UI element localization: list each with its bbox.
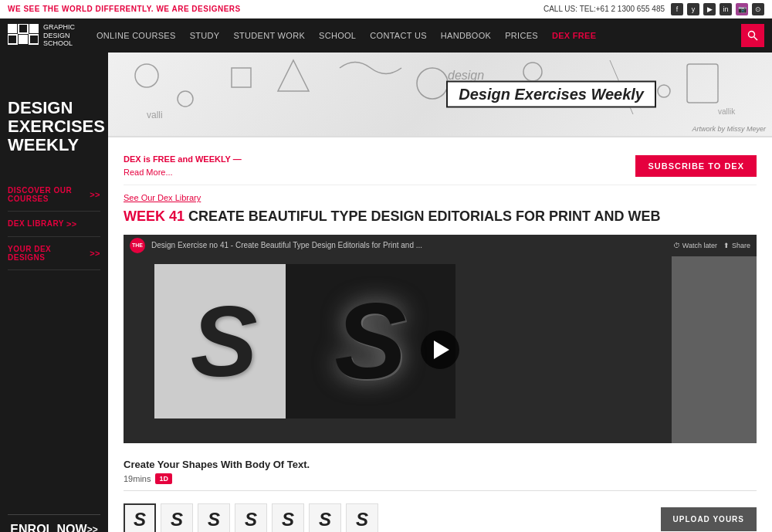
tagline: WE SEE THE WORLD DIFFERENTLY. WE ARE DES… xyxy=(8,5,241,13)
search-icon xyxy=(747,30,758,41)
enrol-chevron-icon: >> xyxy=(87,524,98,532)
video-description: Create Your Shapes With Body Of Text. 19… xyxy=(124,452,757,491)
week-number: WEEK 41 xyxy=(124,208,185,224)
svg-point-6 xyxy=(749,32,755,38)
sidebar-your-dex-designs-label: YOUR DEX DESIGNS xyxy=(8,245,87,262)
thumbnail-4[interactable]: S xyxy=(235,503,267,532)
main-content: design valli vallik Design Exercises Wee… xyxy=(108,53,772,532)
thumbnail-3[interactable]: S xyxy=(198,503,230,532)
svg-point-12 xyxy=(417,68,448,99)
clock-icon: ⏱ xyxy=(673,242,680,249)
letter-s-left: S xyxy=(191,283,258,399)
svg-point-8 xyxy=(135,64,158,87)
svg-point-15 xyxy=(523,63,542,81)
top-bar-right: CALL US: TEL:+61 2 1300 655 485 f y ▶ in… xyxy=(543,3,764,15)
nav-prices[interactable]: PRICES xyxy=(499,28,544,43)
week-title: WEEK 41 CREATE BEAUTIFUL TYPE DESIGN EDI… xyxy=(124,208,757,225)
thumbnail-2[interactable]: S xyxy=(161,503,193,532)
sidebar: DESIGN EXERCISES WEEKLY DISCOVER OUR COU… xyxy=(0,53,108,532)
nav-online-courses[interactable]: ONLINE COURSES xyxy=(90,28,182,43)
letter-s-right: S xyxy=(334,279,406,404)
play-button[interactable] xyxy=(421,330,459,369)
hero-banner: design valli vallik Design Exercises Wee… xyxy=(108,53,772,137)
phone-number: CALL US: TEL:+61 2 1300 655 485 xyxy=(543,5,665,13)
thumbnail-5[interactable]: S xyxy=(272,503,304,532)
video-logo: THE xyxy=(130,238,145,253)
content-area: DEX is FREE and WEEKLY — Read More... SU… xyxy=(108,137,772,532)
dex-free-bar: DEX is FREE and WEEKLY — Read More... SU… xyxy=(124,147,757,185)
nav-links: ONLINE COURSES STUDY STUDENT WORK SCHOOL… xyxy=(90,28,738,43)
sidebar-nav: DISCOVER OUR COURSES >> DEX LIBRARY >> Y… xyxy=(8,178,100,514)
page-layout: DESIGN EXERCISES WEEKLY DISCOVER OUR COU… xyxy=(0,53,772,532)
svg-text:design: design xyxy=(448,69,484,82)
other-icon[interactable]: ⊙ xyxy=(752,3,764,15)
nav-bar: GRAPHIC DESIGN SCHOOL ONLINE COURSES STU… xyxy=(0,19,772,53)
hero-banner-bg: design valli vallik Design Exercises Wee… xyxy=(108,53,772,136)
sidebar-item-discover-courses[interactable]: DISCOVER OUR COURSES >> xyxy=(8,178,100,212)
svg-rect-4 xyxy=(19,35,28,44)
nav-student-work[interactable]: STUDENT WORK xyxy=(227,28,311,43)
video-top-bar: THE Design Exercise no 41 - Create Beaut… xyxy=(124,235,757,256)
thumbnail-7[interactable]: S xyxy=(346,503,378,532)
twitter-icon[interactable]: y xyxy=(687,3,699,15)
chevron-icon-3: >> xyxy=(90,249,100,258)
thumbnail-1[interactable]: S xyxy=(124,503,156,532)
svg-rect-10 xyxy=(232,68,251,87)
youtube-icon[interactable]: ▶ xyxy=(703,3,716,15)
video-title: Design Exercise no 41 - Create Beautiful… xyxy=(151,241,667,249)
site-logo[interactable]: GRAPHIC DESIGN SCHOOL xyxy=(8,23,75,48)
sidebar-discover-courses-label: DISCOVER OUR COURSES xyxy=(8,186,87,203)
dex-free-text: DEX is FREE and WEEKLY — Read More... xyxy=(124,153,242,178)
dex-free-main-text: DEX is FREE and WEEKLY — xyxy=(124,154,242,164)
sidebar-item-dex-library[interactable]: DEX LIBRARY >> xyxy=(8,212,100,237)
svg-text:vallik: vallik xyxy=(718,107,736,116)
editor-panel xyxy=(672,256,757,443)
svg-point-9 xyxy=(178,91,193,107)
top-bar: WE SEE THE WORLD DIFFERENTLY. WE ARE DES… xyxy=(0,0,772,19)
thumbnail-6[interactable]: S xyxy=(309,503,341,532)
linkedin-icon[interactable]: in xyxy=(720,3,732,15)
instagram-icon[interactable]: 📷 xyxy=(736,3,748,15)
artwork-credit: Artwork by Missy Meyer xyxy=(692,125,766,133)
hero-title: Design Exercises Weekly xyxy=(446,81,656,108)
share-button[interactable]: ⬆ Share xyxy=(723,242,750,249)
upload-yours-button[interactable]: UPLOAD YOURS xyxy=(661,507,757,531)
svg-marker-11 xyxy=(278,60,309,91)
video-container: THE Design Exercise no 41 - Create Beaut… xyxy=(124,235,757,443)
video-main[interactable]: S S xyxy=(124,256,757,443)
video-meta: 19mins 1D xyxy=(124,473,757,484)
thumbnails-row: S S S S S S S UPLOAD YOURS xyxy=(124,499,757,532)
video-desc-title: Create Your Shapes With Body Of Text. xyxy=(124,459,757,470)
nav-contact-us[interactable]: CONTACT US xyxy=(364,28,433,43)
nav-handbook[interactable]: HANDBOOK xyxy=(435,28,497,43)
svg-line-7 xyxy=(754,37,758,41)
watch-later-label: Watch later xyxy=(682,242,717,249)
svg-rect-3 xyxy=(8,35,17,44)
svg-rect-5 xyxy=(29,35,39,44)
social-icons: f y ▶ in 📷 ⊙ xyxy=(671,3,764,15)
hero-doodles-svg: design valli vallik xyxy=(108,53,772,137)
sidebar-heading: DESIGN EXERCISES WEEKLY xyxy=(8,99,100,155)
duration-label: 19mins xyxy=(124,474,151,483)
sidebar-item-your-dex-designs[interactable]: YOUR DEX DESIGNS >> xyxy=(8,237,100,270)
facebook-icon[interactable]: f xyxy=(671,3,683,15)
week-title-desc: CREATE BEAUTIFUL TYPE DESIGN EDITORIALS … xyxy=(188,208,660,224)
search-button[interactable] xyxy=(741,24,764,47)
svg-rect-18 xyxy=(687,64,718,103)
share-icon: ⬆ xyxy=(723,242,730,249)
see-library-link[interactable]: See Our Dex Library xyxy=(124,193,757,202)
logo-text: GRAPHIC DESIGN SCHOOL xyxy=(43,23,75,48)
nav-study[interactable]: STUDY xyxy=(184,28,226,43)
read-more-link[interactable]: Read More... xyxy=(124,166,242,179)
watch-later-button[interactable]: ⏱ Watch later xyxy=(673,242,717,249)
svg-rect-2 xyxy=(29,24,39,33)
subscribe-button[interactable]: SUBSCRIBE TO DEX xyxy=(635,155,757,177)
enrol-now-button[interactable]: ENROL NOW >> xyxy=(8,514,100,532)
sidebar-bottom: ENROL NOW >> ☎ REQUEST A CALLBACK 📄 REQU… xyxy=(8,514,100,532)
nav-dex-free[interactable]: DEX FREE xyxy=(546,28,602,43)
svg-text:valli: valli xyxy=(147,110,163,120)
nav-school[interactable]: SCHOOL xyxy=(313,28,362,43)
play-triangle-icon xyxy=(434,341,449,359)
svg-rect-0 xyxy=(8,24,17,33)
chevron-icon-2: >> xyxy=(66,219,77,229)
